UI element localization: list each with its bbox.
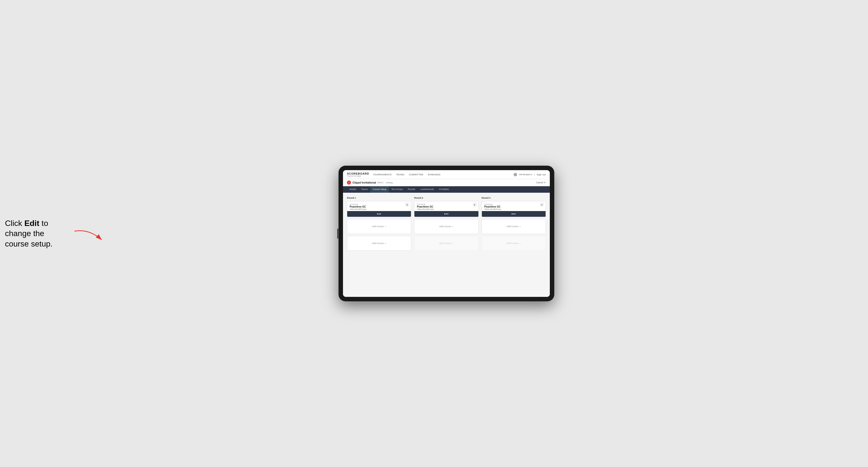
trash-icon-r2: 🗑 [474,204,476,206]
add-course-card-r1-2[interactable]: Add Course + [347,236,411,251]
tab-course-setup[interactable]: Course Setup [370,186,389,193]
logo-scoreboard: SCOREBOARD [347,172,369,175]
top-nav-right: blair@clippd.io | Sign out [514,173,546,176]
plus-icon-r2-2: + [452,242,454,245]
round-2-column: Round 2 (Course A) Peachtree GC Yellow (… [414,197,478,253]
course-name: Peachtree GC [350,205,408,208]
round-3-course-card: (Course A) Peachtree GC Yellow (M) (6629… [482,201,546,217]
round-3-title: Round 3 [482,197,546,199]
round-1-column: Round 1 (Course A) Peachtree GC Yellow (… [347,197,411,253]
add-course-card-r1-1[interactable]: Add Course + [347,219,411,234]
add-course-label-2: Add Course [372,242,384,245]
plus-icon: + [385,225,386,228]
tablet: SCOREBOARD Powered by clippd TOURNAMENTS… [339,166,554,301]
tab-leaderboards[interactable]: Leaderboards [418,186,437,193]
logo-sub: Powered by clippd [347,175,369,177]
cancel-label: Cancel [536,181,543,184]
nav-teams[interactable]: TEAMS [396,174,404,176]
round-2-title: Round 2 [414,197,478,199]
tab-bar: Details Teams Course Setup Tee Groups Re… [343,186,550,193]
add-course-label: Add Course [372,225,384,228]
edit-button-round2[interactable]: Edit [414,211,478,217]
course-name-r2: Peachtree GC [417,205,476,208]
delete-course-button-r3[interactable]: 🗑 [540,203,544,206]
add-course-text-r2-2: Add Course + [439,242,454,245]
page-wrapper: Click Edit to change the course setup. S… [0,156,868,311]
edit-button-round1[interactable]: Edit [347,211,411,217]
tournament-name: Clippd Invitational [352,181,376,184]
hosting-badge: Hosting [386,182,393,184]
add-course-label-r2: Add Course [439,225,451,228]
round-2-course-card: (Course A) Peachtree GC Yellow (M) (6629… [414,201,478,217]
tab-results[interactable]: Results [405,186,418,193]
round-1-course-card: (Course A) Peachtree GC Yellow (M) (6629… [347,201,411,217]
user-avatar [514,173,517,176]
nav-links: TOURNAMENTS TEAMS COMMITTEE RANKINGS [373,174,440,176]
edit-bold: Edit [24,218,39,227]
add-course-card-r3-1[interactable]: Add Course + [482,219,546,234]
sub-header-left: C Clippd Invitational (Men) Hosting [347,181,393,185]
add-course-card-r2-1[interactable]: Add Course + [414,219,478,234]
add-course-label-r3-2: Add Course [506,242,518,245]
clippd-logo-icon: C [347,181,351,185]
user-email: blair@clippd.io [519,174,532,176]
plus-icon-r3: + [519,225,521,228]
plus-icon-r3-2: + [519,242,521,245]
nav-divider: | [534,174,535,176]
delete-course-button-r2[interactable]: 🗑 [473,203,476,206]
trash-icon: 🗑 [406,204,408,206]
tab-teams[interactable]: Teams [359,186,371,193]
top-nav-left: SCOREBOARD Powered by clippd TOURNAMENTS… [347,172,440,177]
edit-button-round3[interactable]: Edit [482,211,546,217]
add-course-text-2: Add Course + [372,242,386,245]
tab-tee-groups[interactable]: Tee Groups [389,186,405,193]
instruction-text: Click Edit to change the course setup. [5,218,69,249]
add-course-text-r3: Add Course + [506,225,521,228]
round-1-title: Round 1 [347,197,411,199]
course-name-r3: Peachtree GC [484,205,543,208]
main-content: Round 1 (Course A) Peachtree GC Yellow (… [343,193,550,297]
add-course-card-r2-2: Add Course + [414,236,478,251]
add-course-text: Add Course + [372,225,386,228]
delete-course-button[interactable]: 🗑 [405,203,409,206]
course-details-r2: Yellow (M) (6629 yds) [417,208,476,210]
add-course-text-r3-2: Add Course + [506,242,521,245]
course-label: (Course A) [350,204,408,205]
top-nav: SCOREBOARD Powered by clippd TOURNAMENTS… [343,170,550,179]
tab-details[interactable]: Details [347,186,359,193]
arrow-graphic [74,229,104,244]
trash-icon-r3: 🗑 [541,204,543,206]
logo-area: SCOREBOARD Powered by clippd [347,172,369,177]
add-course-label-r3: Add Course [506,225,518,228]
rounds-container: Round 1 (Course A) Peachtree GC Yellow (… [347,197,546,253]
sign-out-link[interactable]: Sign out [537,174,546,176]
add-course-label-r2-2: Add Course [439,242,451,245]
cancel-button[interactable]: Cancel ✕ [536,181,546,184]
add-course-card-r3-2: Add Course + [482,236,546,251]
plus-icon-r2: + [452,225,454,228]
sub-header: C Clippd Invitational (Men) Hosting Canc… [343,179,550,186]
course-card-header-r2: (Course A) Peachtree GC Yellow (M) (6629… [414,201,478,211]
tablet-screen: SCOREBOARD Powered by clippd TOURNAMENTS… [343,170,550,297]
course-card-header-r3: (Course A) Peachtree GC Yellow (M) (6629… [482,201,546,211]
course-label-r2: (Course A) [417,204,476,205]
tournament-gender: (Men) [377,181,383,184]
tablet-side-button [337,229,338,239]
nav-tournaments[interactable]: TOURNAMENTS [373,174,392,176]
tab-printables[interactable]: Printables [436,186,452,193]
course-details: Yellow (M) (6629 yds) [350,208,408,210]
course-details-r3: Yellow (M) (6629 yds) [484,208,543,210]
cancel-icon: ✕ [544,181,546,184]
add-course-text-r2: Add Course + [439,225,454,228]
nav-committee[interactable]: COMMITTEE [409,174,424,176]
plus-icon-2: + [385,242,386,245]
course-card-header: (Course A) Peachtree GC Yellow (M) (6629… [347,201,411,211]
nav-rankings[interactable]: RANKINGS [428,174,440,176]
round-3-column: Round 3 (Course A) Peachtree GC Yellow (… [482,197,546,253]
course-label-r3: (Course A) [484,204,543,205]
